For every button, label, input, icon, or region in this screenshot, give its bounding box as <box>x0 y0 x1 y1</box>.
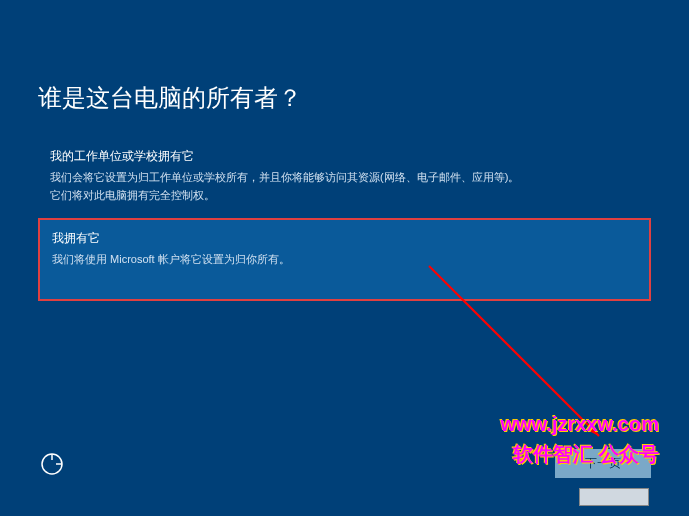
option-personal[interactable]: 我拥有它 我们将使用 Microsoft 帐户将它设置为归你所有。 <box>38 218 651 301</box>
option-work-title: 我的工作单位或学校拥有它 <box>50 148 639 165</box>
option-personal-title: 我拥有它 <box>52 230 637 247</box>
watermark-text: 软件智汇 公众号 <box>513 441 659 468</box>
watermark-url: www.jzrxxw.com <box>500 413 659 436</box>
option-work-desc1: 我们会将它设置为归工作单位或学校所有，并且你将能够访问其资源(网络、电子邮件、应… <box>50 169 639 187</box>
bottom-corner-box <box>579 488 649 506</box>
option-personal-desc: 我们将使用 Microsoft 帐户将它设置为归你所有。 <box>52 251 637 269</box>
option-work-desc2: 它们将对此电脑拥有完全控制权。 <box>50 187 639 205</box>
setup-screen: 谁是这台电脑的所有者？ 我的工作单位或学校拥有它 我们会将它设置为归工作单位或学… <box>0 82 689 301</box>
option-work-school[interactable]: 我的工作单位或学校拥有它 我们会将它设置为归工作单位或学校所有，并且你将能够访问… <box>38 142 651 210</box>
accessibility-icon[interactable] <box>38 450 66 478</box>
page-title: 谁是这台电脑的所有者？ <box>38 82 651 114</box>
